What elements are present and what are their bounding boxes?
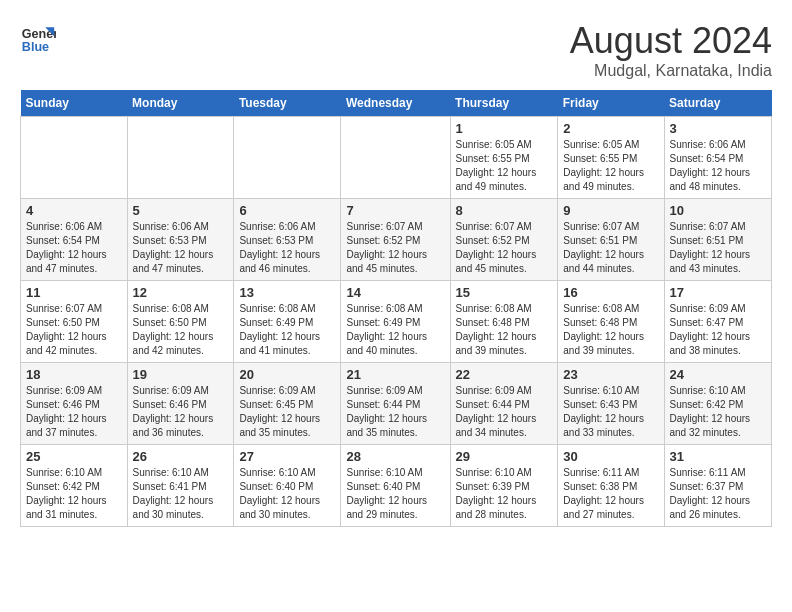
day-info: Sunrise: 6:09 AM Sunset: 6:46 PM Dayligh…: [133, 384, 229, 440]
day-info: Sunrise: 6:10 AM Sunset: 6:42 PM Dayligh…: [670, 384, 767, 440]
day-number: 13: [239, 285, 335, 300]
calendar-cell: 24Sunrise: 6:10 AM Sunset: 6:42 PM Dayli…: [664, 363, 772, 445]
calendar-cell: 1Sunrise: 6:05 AM Sunset: 6:55 PM Daylig…: [450, 117, 558, 199]
header-thursday: Thursday: [450, 90, 558, 117]
calendar-cell: 21Sunrise: 6:09 AM Sunset: 6:44 PM Dayli…: [341, 363, 450, 445]
main-title: August 2024: [570, 20, 772, 62]
day-number: 18: [26, 367, 122, 382]
calendar-cell: 8Sunrise: 6:07 AM Sunset: 6:52 PM Daylig…: [450, 199, 558, 281]
calendar-cell: 4Sunrise: 6:06 AM Sunset: 6:54 PM Daylig…: [21, 199, 128, 281]
day-number: 26: [133, 449, 229, 464]
calendar-cell: 17Sunrise: 6:09 AM Sunset: 6:47 PM Dayli…: [664, 281, 772, 363]
day-info: Sunrise: 6:08 AM Sunset: 6:49 PM Dayligh…: [239, 302, 335, 358]
calendar-cell: 11Sunrise: 6:07 AM Sunset: 6:50 PM Dayli…: [21, 281, 128, 363]
day-info: Sunrise: 6:08 AM Sunset: 6:50 PM Dayligh…: [133, 302, 229, 358]
day-number: 24: [670, 367, 767, 382]
calendar-cell: 28Sunrise: 6:10 AM Sunset: 6:40 PM Dayli…: [341, 445, 450, 527]
day-info: Sunrise: 6:06 AM Sunset: 6:54 PM Dayligh…: [670, 138, 767, 194]
day-number: 27: [239, 449, 335, 464]
day-number: 12: [133, 285, 229, 300]
day-info: Sunrise: 6:09 AM Sunset: 6:45 PM Dayligh…: [239, 384, 335, 440]
calendar-cell: 18Sunrise: 6:09 AM Sunset: 6:46 PM Dayli…: [21, 363, 128, 445]
calendar-cell: 25Sunrise: 6:10 AM Sunset: 6:42 PM Dayli…: [21, 445, 128, 527]
calendar-cell: [21, 117, 128, 199]
day-number: 25: [26, 449, 122, 464]
day-number: 14: [346, 285, 444, 300]
day-number: 11: [26, 285, 122, 300]
day-number: 28: [346, 449, 444, 464]
day-number: 29: [456, 449, 553, 464]
calendar-cell: 31Sunrise: 6:11 AM Sunset: 6:37 PM Dayli…: [664, 445, 772, 527]
calendar-cell: 29Sunrise: 6:10 AM Sunset: 6:39 PM Dayli…: [450, 445, 558, 527]
day-info: Sunrise: 6:10 AM Sunset: 6:42 PM Dayligh…: [26, 466, 122, 522]
day-number: 10: [670, 203, 767, 218]
day-info: Sunrise: 6:09 AM Sunset: 6:44 PM Dayligh…: [456, 384, 553, 440]
day-number: 23: [563, 367, 658, 382]
day-number: 31: [670, 449, 767, 464]
day-info: Sunrise: 6:09 AM Sunset: 6:47 PM Dayligh…: [670, 302, 767, 358]
calendar-cell: 14Sunrise: 6:08 AM Sunset: 6:49 PM Dayli…: [341, 281, 450, 363]
day-info: Sunrise: 6:10 AM Sunset: 6:39 PM Dayligh…: [456, 466, 553, 522]
calendar-week-5: 25Sunrise: 6:10 AM Sunset: 6:42 PM Dayli…: [21, 445, 772, 527]
day-info: Sunrise: 6:09 AM Sunset: 6:44 PM Dayligh…: [346, 384, 444, 440]
calendar-cell: 15Sunrise: 6:08 AM Sunset: 6:48 PM Dayli…: [450, 281, 558, 363]
day-info: Sunrise: 6:11 AM Sunset: 6:37 PM Dayligh…: [670, 466, 767, 522]
day-info: Sunrise: 6:08 AM Sunset: 6:49 PM Dayligh…: [346, 302, 444, 358]
calendar-cell: 12Sunrise: 6:08 AM Sunset: 6:50 PM Dayli…: [127, 281, 234, 363]
calendar-week-3: 11Sunrise: 6:07 AM Sunset: 6:50 PM Dayli…: [21, 281, 772, 363]
day-info: Sunrise: 6:06 AM Sunset: 6:54 PM Dayligh…: [26, 220, 122, 276]
day-info: Sunrise: 6:11 AM Sunset: 6:38 PM Dayligh…: [563, 466, 658, 522]
day-number: 16: [563, 285, 658, 300]
day-number: 30: [563, 449, 658, 464]
day-number: 4: [26, 203, 122, 218]
calendar-cell: [234, 117, 341, 199]
day-info: Sunrise: 6:10 AM Sunset: 6:41 PM Dayligh…: [133, 466, 229, 522]
calendar-week-4: 18Sunrise: 6:09 AM Sunset: 6:46 PM Dayli…: [21, 363, 772, 445]
day-number: 9: [563, 203, 658, 218]
day-info: Sunrise: 6:07 AM Sunset: 6:52 PM Dayligh…: [346, 220, 444, 276]
day-info: Sunrise: 6:08 AM Sunset: 6:48 PM Dayligh…: [563, 302, 658, 358]
calendar-cell: [341, 117, 450, 199]
calendar-cell: 30Sunrise: 6:11 AM Sunset: 6:38 PM Dayli…: [558, 445, 664, 527]
day-number: 8: [456, 203, 553, 218]
day-info: Sunrise: 6:06 AM Sunset: 6:53 PM Dayligh…: [133, 220, 229, 276]
sub-title: Mudgal, Karnataka, India: [570, 62, 772, 80]
calendar-cell: 7Sunrise: 6:07 AM Sunset: 6:52 PM Daylig…: [341, 199, 450, 281]
calendar-week-2: 4Sunrise: 6:06 AM Sunset: 6:54 PM Daylig…: [21, 199, 772, 281]
day-number: 19: [133, 367, 229, 382]
day-info: Sunrise: 6:10 AM Sunset: 6:40 PM Dayligh…: [239, 466, 335, 522]
calendar-cell: 9Sunrise: 6:07 AM Sunset: 6:51 PM Daylig…: [558, 199, 664, 281]
logo-icon: General Blue: [20, 20, 56, 56]
calendar-cell: 16Sunrise: 6:08 AM Sunset: 6:48 PM Dayli…: [558, 281, 664, 363]
day-number: 5: [133, 203, 229, 218]
title-section: August 2024 Mudgal, Karnataka, India: [570, 20, 772, 80]
calendar-cell: 10Sunrise: 6:07 AM Sunset: 6:51 PM Dayli…: [664, 199, 772, 281]
calendar-cell: [127, 117, 234, 199]
header-tuesday: Tuesday: [234, 90, 341, 117]
day-number: 7: [346, 203, 444, 218]
day-info: Sunrise: 6:07 AM Sunset: 6:52 PM Dayligh…: [456, 220, 553, 276]
day-info: Sunrise: 6:07 AM Sunset: 6:51 PM Dayligh…: [670, 220, 767, 276]
calendar-cell: 20Sunrise: 6:09 AM Sunset: 6:45 PM Dayli…: [234, 363, 341, 445]
header-wednesday: Wednesday: [341, 90, 450, 117]
day-info: Sunrise: 6:06 AM Sunset: 6:53 PM Dayligh…: [239, 220, 335, 276]
calendar-cell: 26Sunrise: 6:10 AM Sunset: 6:41 PM Dayli…: [127, 445, 234, 527]
day-number: 17: [670, 285, 767, 300]
calendar-table: SundayMondayTuesdayWednesdayThursdayFrid…: [20, 90, 772, 527]
calendar-cell: 23Sunrise: 6:10 AM Sunset: 6:43 PM Dayli…: [558, 363, 664, 445]
day-info: Sunrise: 6:05 AM Sunset: 6:55 PM Dayligh…: [456, 138, 553, 194]
day-number: 21: [346, 367, 444, 382]
header-sunday: Sunday: [21, 90, 128, 117]
day-number: 20: [239, 367, 335, 382]
day-number: 22: [456, 367, 553, 382]
page-header: General Blue August 2024 Mudgal, Karnata…: [20, 20, 772, 80]
calendar-cell: 5Sunrise: 6:06 AM Sunset: 6:53 PM Daylig…: [127, 199, 234, 281]
calendar-cell: 27Sunrise: 6:10 AM Sunset: 6:40 PM Dayli…: [234, 445, 341, 527]
day-info: Sunrise: 6:09 AM Sunset: 6:46 PM Dayligh…: [26, 384, 122, 440]
day-info: Sunrise: 6:08 AM Sunset: 6:48 PM Dayligh…: [456, 302, 553, 358]
calendar-cell: 13Sunrise: 6:08 AM Sunset: 6:49 PM Dayli…: [234, 281, 341, 363]
calendar-header-row: SundayMondayTuesdayWednesdayThursdayFrid…: [21, 90, 772, 117]
day-number: 15: [456, 285, 553, 300]
day-number: 6: [239, 203, 335, 218]
header-friday: Friday: [558, 90, 664, 117]
